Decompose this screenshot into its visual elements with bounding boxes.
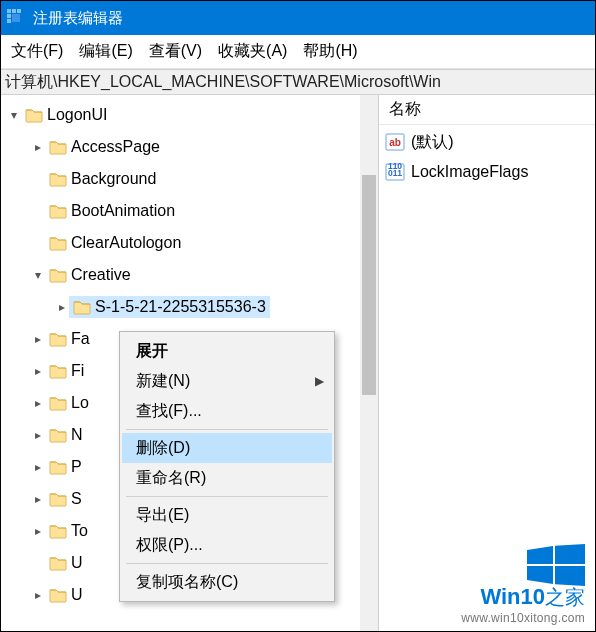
address-path: 计算机\HKEY_LOCAL_MACHINE\SOFTWARE\Microsof…	[5, 72, 441, 93]
tree-item-label: S	[71, 490, 82, 508]
chevron-right-icon[interactable]: ▸	[31, 588, 45, 602]
address-bar[interactable]: 计算机\HKEY_LOCAL_MACHINE\SOFTWARE\Microsof…	[1, 69, 595, 95]
watermark: Win10之家 www.win10xitong.com	[461, 544, 585, 625]
column-name: 名称	[389, 99, 421, 120]
folder-icon	[49, 203, 67, 219]
svg-rect-4	[12, 14, 20, 22]
tree-item-label: AccessPage	[71, 138, 160, 156]
folder-icon	[49, 363, 67, 379]
svg-rect-1	[12, 9, 16, 13]
folder-icon	[73, 299, 91, 315]
folder-icon	[49, 267, 67, 283]
tree-item-label: N	[71, 426, 83, 444]
menu-file[interactable]: 文件(F)	[11, 41, 63, 62]
chevron-right-icon[interactable]: ▸	[31, 524, 45, 538]
tree-item-label: U	[71, 554, 83, 572]
chevron-right-icon[interactable]: ▸	[55, 300, 69, 314]
tree-item-label: To	[71, 522, 88, 540]
folder-icon	[49, 235, 67, 251]
folder-icon	[49, 555, 67, 571]
tree-item[interactable]: ▸S-1-5-21-2255315536-3	[1, 291, 378, 323]
ctx-expand[interactable]: 展开	[122, 336, 332, 366]
ctx-find[interactable]: 查找(F)...	[122, 396, 332, 426]
tree-item-label: LogonUI	[47, 106, 108, 124]
ctx-rename[interactable]: 重命名(R)	[122, 463, 332, 493]
dword-value-icon: 011110	[385, 163, 405, 181]
menu-bar: 文件(F) 编辑(E) 查看(V) 收藏夹(A) 帮助(H)	[1, 35, 595, 69]
tree-item-label: Fa	[71, 330, 90, 348]
chevron-right-icon[interactable]: ▸	[31, 396, 45, 410]
ctx-copy-key-name[interactable]: 复制项名称(C)	[122, 567, 332, 597]
folder-icon	[25, 107, 43, 123]
chevron-right-icon[interactable]: ▸	[31, 460, 45, 474]
svg-rect-2	[17, 9, 21, 13]
svg-marker-10	[527, 546, 553, 564]
menu-separator	[126, 429, 328, 430]
tree-item-label: S-1-5-21-2255315536-3	[95, 298, 266, 316]
tree-item[interactable]: Background	[1, 163, 378, 195]
regedit-icon	[7, 9, 25, 27]
tree-item[interactable]: BootAnimation	[1, 195, 378, 227]
scroll-thumb[interactable]	[362, 175, 376, 395]
menu-edit[interactable]: 编辑(E)	[79, 41, 132, 62]
svg-rect-3	[7, 14, 11, 18]
tree-item-label: U	[71, 586, 83, 604]
svg-marker-11	[555, 544, 585, 564]
tree-item-label: P	[71, 458, 82, 476]
ctx-export[interactable]: 导出(E)	[122, 500, 332, 530]
values-header[interactable]: 名称	[379, 95, 595, 125]
tree-item[interactable]: ▾LogonUI	[1, 99, 378, 131]
folder-icon	[49, 491, 67, 507]
ctx-new[interactable]: 新建(N) ▶	[122, 366, 332, 396]
svg-text:011110: 011110	[388, 163, 402, 178]
folder-icon	[49, 331, 67, 347]
watermark-url: www.win10xitong.com	[461, 611, 585, 625]
menu-separator	[126, 496, 328, 497]
chevron-down-icon[interactable]: ▾	[7, 108, 21, 122]
chevron-right-icon[interactable]: ▸	[31, 364, 45, 378]
tree-item-label: Background	[71, 170, 156, 188]
svg-rect-5	[7, 19, 11, 23]
svg-marker-13	[555, 566, 585, 586]
context-menu: 展开 新建(N) ▶ 查找(F)... 删除(D) 重命名(R) 导出(E) 权…	[119, 331, 335, 602]
folder-icon	[49, 427, 67, 443]
menu-separator	[126, 563, 328, 564]
windows-logo-icon	[461, 544, 585, 586]
value-name: (默认)	[411, 132, 454, 153]
tree-item[interactable]: ClearAutologon	[1, 227, 378, 259]
chevron-right-icon[interactable]: ▸	[31, 492, 45, 506]
tree-item[interactable]: ▾Creative	[1, 259, 378, 291]
chevron-right-icon[interactable]: ▸	[31, 140, 45, 154]
value-row[interactable]: 011110LockImageFlags	[385, 157, 589, 187]
tree-item[interactable]: ▸AccessPage	[1, 131, 378, 163]
chevron-right-icon[interactable]: ▸	[31, 332, 45, 346]
chevron-right-icon: ▶	[315, 374, 324, 388]
tree-item-label: Creative	[71, 266, 131, 284]
tree-item-label: BootAnimation	[71, 202, 175, 220]
ctx-delete[interactable]: 删除(D)	[122, 433, 332, 463]
title-bar: 注册表编辑器	[1, 1, 595, 35]
value-name: LockImageFlags	[411, 163, 528, 181]
menu-view[interactable]: 查看(V)	[149, 41, 202, 62]
menu-favorites[interactable]: 收藏夹(A)	[218, 41, 287, 62]
chevron-right-icon[interactable]: ▸	[31, 428, 45, 442]
folder-icon	[49, 395, 67, 411]
value-row[interactable]: ab(默认)	[385, 127, 589, 157]
tree-scrollbar[interactable]	[360, 95, 378, 631]
tree-item-label: Fi	[71, 362, 84, 380]
folder-icon	[49, 459, 67, 475]
window-title: 注册表编辑器	[33, 9, 123, 28]
menu-help[interactable]: 帮助(H)	[303, 41, 357, 62]
chevron-down-icon[interactable]: ▾	[31, 268, 45, 282]
ctx-permissions[interactable]: 权限(P)...	[122, 530, 332, 560]
watermark-brand: Win10之家	[461, 584, 585, 611]
string-value-icon: ab	[385, 133, 405, 151]
svg-text:ab: ab	[389, 137, 401, 148]
folder-icon	[49, 139, 67, 155]
tree-item-label: Lo	[71, 394, 89, 412]
tree-item-label: ClearAutologon	[71, 234, 181, 252]
folder-icon	[49, 587, 67, 603]
folder-icon	[49, 171, 67, 187]
folder-icon	[49, 523, 67, 539]
svg-marker-12	[527, 566, 553, 584]
